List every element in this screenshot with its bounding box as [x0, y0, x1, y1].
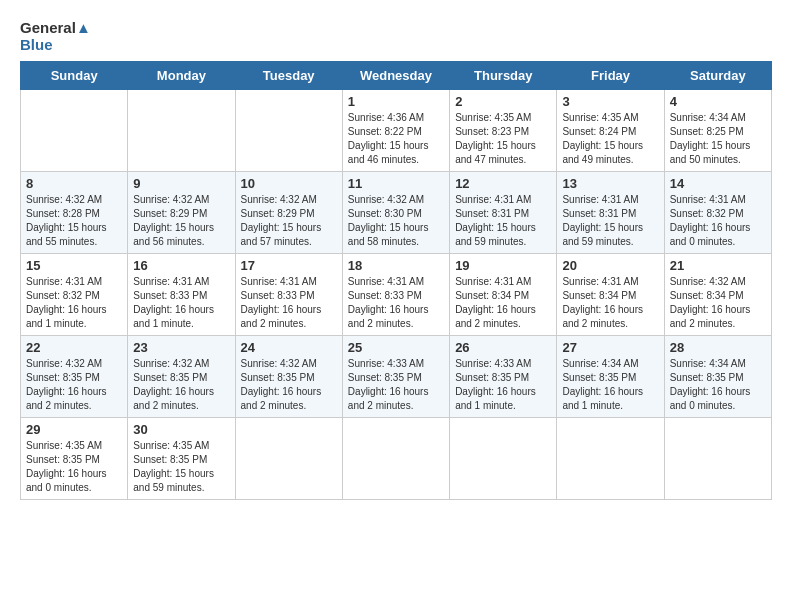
day-info: Sunrise: 4:32 AMSunset: 8:35 PMDaylight:… [241, 358, 322, 411]
calendar-cell: 8 Sunrise: 4:32 AMSunset: 8:28 PMDayligh… [21, 172, 128, 254]
day-info: Sunrise: 4:32 AMSunset: 8:28 PMDaylight:… [26, 194, 107, 247]
calendar-cell: 25 Sunrise: 4:33 AMSunset: 8:35 PMDaylig… [342, 336, 449, 418]
day-info: Sunrise: 4:32 AMSunset: 8:35 PMDaylight:… [133, 358, 214, 411]
calendar-cell: 9 Sunrise: 4:32 AMSunset: 8:29 PMDayligh… [128, 172, 235, 254]
calendar-cell: 2 Sunrise: 4:35 AMSunset: 8:23 PMDayligh… [450, 90, 557, 172]
day-number: 16 [133, 258, 229, 273]
calendar-cell: 1 Sunrise: 4:36 AMSunset: 8:22 PMDayligh… [342, 90, 449, 172]
day-number: 2 [455, 94, 551, 109]
calendar-cell [128, 90, 235, 172]
calendar-cell: 10 Sunrise: 4:32 AMSunset: 8:29 PMDaylig… [235, 172, 342, 254]
calendar-cell: 12 Sunrise: 4:31 AMSunset: 8:31 PMDaylig… [450, 172, 557, 254]
week-row-4: 22 Sunrise: 4:32 AMSunset: 8:35 PMDaylig… [21, 336, 772, 418]
day-number: 10 [241, 176, 337, 191]
col-header-thursday: Thursday [450, 62, 557, 90]
calendar-cell [21, 90, 128, 172]
calendar-cell: 27 Sunrise: 4:34 AMSunset: 8:35 PMDaylig… [557, 336, 664, 418]
col-header-monday: Monday [128, 62, 235, 90]
header: General▲ Blue [20, 20, 772, 53]
calendar-cell: 13 Sunrise: 4:31 AMSunset: 8:31 PMDaylig… [557, 172, 664, 254]
day-info: Sunrise: 4:31 AMSunset: 8:32 PMDaylight:… [670, 194, 751, 247]
calendar-cell [235, 90, 342, 172]
day-info: Sunrise: 4:32 AMSunset: 8:29 PMDaylight:… [241, 194, 322, 247]
calendar-cell: 3 Sunrise: 4:35 AMSunset: 8:24 PMDayligh… [557, 90, 664, 172]
day-number: 8 [26, 176, 122, 191]
day-number: 20 [562, 258, 658, 273]
day-number: 9 [133, 176, 229, 191]
calendar-cell [342, 418, 449, 500]
header-row: SundayMondayTuesdayWednesdayThursdayFrid… [21, 62, 772, 90]
day-info: Sunrise: 4:31 AMSunset: 8:33 PMDaylight:… [241, 276, 322, 329]
calendar-cell [235, 418, 342, 500]
day-info: Sunrise: 4:34 AMSunset: 8:35 PMDaylight:… [562, 358, 643, 411]
day-info: Sunrise: 4:33 AMSunset: 8:35 PMDaylight:… [348, 358, 429, 411]
day-number: 27 [562, 340, 658, 355]
calendar-cell: 4 Sunrise: 4:34 AMSunset: 8:25 PMDayligh… [664, 90, 771, 172]
col-header-sunday: Sunday [21, 62, 128, 90]
logo-blue: Blue [20, 37, 91, 54]
logo: General▲ Blue [20, 20, 91, 53]
calendar-cell: 28 Sunrise: 4:34 AMSunset: 8:35 PMDaylig… [664, 336, 771, 418]
day-info: Sunrise: 4:35 AMSunset: 8:24 PMDaylight:… [562, 112, 643, 165]
day-info: Sunrise: 4:32 AMSunset: 8:34 PMDaylight:… [670, 276, 751, 329]
col-header-friday: Friday [557, 62, 664, 90]
day-number: 21 [670, 258, 766, 273]
day-number: 28 [670, 340, 766, 355]
calendar-cell: 19 Sunrise: 4:31 AMSunset: 8:34 PMDaylig… [450, 254, 557, 336]
day-number: 29 [26, 422, 122, 437]
week-row-5: 29 Sunrise: 4:35 AMSunset: 8:35 PMDaylig… [21, 418, 772, 500]
day-number: 12 [455, 176, 551, 191]
day-info: Sunrise: 4:34 AMSunset: 8:35 PMDaylight:… [670, 358, 751, 411]
calendar-cell: 20 Sunrise: 4:31 AMSunset: 8:34 PMDaylig… [557, 254, 664, 336]
calendar-cell [664, 418, 771, 500]
calendar-table: SundayMondayTuesdayWednesdayThursdayFrid… [20, 61, 772, 500]
day-info: Sunrise: 4:31 AMSunset: 8:33 PMDaylight:… [348, 276, 429, 329]
week-row-1: 1 Sunrise: 4:36 AMSunset: 8:22 PMDayligh… [21, 90, 772, 172]
calendar-cell: 23 Sunrise: 4:32 AMSunset: 8:35 PMDaylig… [128, 336, 235, 418]
day-info: Sunrise: 4:31 AMSunset: 8:34 PMDaylight:… [455, 276, 536, 329]
calendar-cell: 18 Sunrise: 4:31 AMSunset: 8:33 PMDaylig… [342, 254, 449, 336]
week-row-3: 15 Sunrise: 4:31 AMSunset: 8:32 PMDaylig… [21, 254, 772, 336]
day-number: 23 [133, 340, 229, 355]
calendar-cell: 14 Sunrise: 4:31 AMSunset: 8:32 PMDaylig… [664, 172, 771, 254]
logo-general: General▲ [20, 20, 91, 37]
day-info: Sunrise: 4:31 AMSunset: 8:31 PMDaylight:… [562, 194, 643, 247]
day-info: Sunrise: 4:32 AMSunset: 8:30 PMDaylight:… [348, 194, 429, 247]
calendar-cell: 22 Sunrise: 4:32 AMSunset: 8:35 PMDaylig… [21, 336, 128, 418]
calendar-cell [557, 418, 664, 500]
calendar-cell: 21 Sunrise: 4:32 AMSunset: 8:34 PMDaylig… [664, 254, 771, 336]
day-info: Sunrise: 4:33 AMSunset: 8:35 PMDaylight:… [455, 358, 536, 411]
calendar-cell: 16 Sunrise: 4:31 AMSunset: 8:33 PMDaylig… [128, 254, 235, 336]
day-info: Sunrise: 4:31 AMSunset: 8:33 PMDaylight:… [133, 276, 214, 329]
day-number: 1 [348, 94, 444, 109]
calendar-cell: 26 Sunrise: 4:33 AMSunset: 8:35 PMDaylig… [450, 336, 557, 418]
day-number: 22 [26, 340, 122, 355]
day-info: Sunrise: 4:35 AMSunset: 8:35 PMDaylight:… [133, 440, 214, 493]
col-header-tuesday: Tuesday [235, 62, 342, 90]
calendar-cell: 17 Sunrise: 4:31 AMSunset: 8:33 PMDaylig… [235, 254, 342, 336]
day-info: Sunrise: 4:32 AMSunset: 8:35 PMDaylight:… [26, 358, 107, 411]
calendar-cell: 30 Sunrise: 4:35 AMSunset: 8:35 PMDaylig… [128, 418, 235, 500]
day-number: 11 [348, 176, 444, 191]
day-info: Sunrise: 4:35 AMSunset: 8:35 PMDaylight:… [26, 440, 107, 493]
day-number: 3 [562, 94, 658, 109]
calendar-cell: 15 Sunrise: 4:31 AMSunset: 8:32 PMDaylig… [21, 254, 128, 336]
calendar-cell: 29 Sunrise: 4:35 AMSunset: 8:35 PMDaylig… [21, 418, 128, 500]
day-number: 26 [455, 340, 551, 355]
day-info: Sunrise: 4:31 AMSunset: 8:32 PMDaylight:… [26, 276, 107, 329]
day-info: Sunrise: 4:31 AMSunset: 8:34 PMDaylight:… [562, 276, 643, 329]
day-info: Sunrise: 4:34 AMSunset: 8:25 PMDaylight:… [670, 112, 751, 165]
day-info: Sunrise: 4:32 AMSunset: 8:29 PMDaylight:… [133, 194, 214, 247]
day-number: 19 [455, 258, 551, 273]
col-header-saturday: Saturday [664, 62, 771, 90]
day-number: 4 [670, 94, 766, 109]
calendar-cell: 24 Sunrise: 4:32 AMSunset: 8:35 PMDaylig… [235, 336, 342, 418]
day-number: 14 [670, 176, 766, 191]
col-header-wednesday: Wednesday [342, 62, 449, 90]
day-info: Sunrise: 4:31 AMSunset: 8:31 PMDaylight:… [455, 194, 536, 247]
day-number: 25 [348, 340, 444, 355]
day-number: 13 [562, 176, 658, 191]
day-number: 24 [241, 340, 337, 355]
calendar-cell: 11 Sunrise: 4:32 AMSunset: 8:30 PMDaylig… [342, 172, 449, 254]
day-number: 17 [241, 258, 337, 273]
